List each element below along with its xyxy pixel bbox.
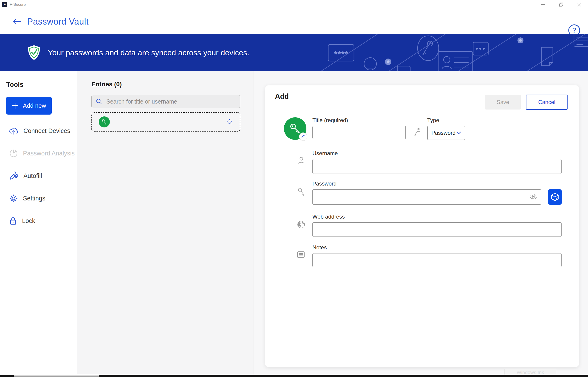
password-key-icon bbox=[298, 187, 305, 196]
type-dropdown[interactable]: Password bbox=[427, 126, 465, 140]
tools-heading: Tools bbox=[6, 81, 77, 88]
sidebar-item-settings[interactable]: Settings bbox=[0, 187, 77, 210]
banner-decoration: **** bbox=[312, 34, 588, 71]
restore-button[interactable] bbox=[552, 0, 570, 9]
svg-text:?: ? bbox=[572, 26, 576, 35]
username-person-icon bbox=[298, 157, 305, 165]
key-icon bbox=[289, 122, 301, 135]
add-new-button[interactable]: Add new bbox=[6, 97, 52, 115]
type-value: Password bbox=[431, 130, 456, 136]
notes-input[interactable] bbox=[312, 253, 562, 267]
password-field bbox=[312, 189, 541, 205]
notes-icon bbox=[297, 251, 305, 258]
chevron-down-icon bbox=[456, 131, 461, 135]
gear-icon bbox=[9, 194, 18, 203]
app-name: F-Secure bbox=[10, 2, 26, 7]
entry-avatar bbox=[99, 117, 110, 128]
sync-banner: Your passwords and data are synced acros… bbox=[0, 34, 588, 71]
page-header: Password Vault ? bbox=[0, 9, 588, 34]
add-new-label: Add new bbox=[23, 102, 46, 109]
titlebar: F F-Secure bbox=[0, 0, 588, 9]
web-globe-icon bbox=[297, 220, 305, 229]
pie-chart-icon bbox=[9, 149, 18, 158]
sidebar-item-password-analysis[interactable]: Password Analysis bbox=[0, 142, 77, 165]
notes-label: Notes bbox=[312, 244, 327, 251]
svg-text:****: **** bbox=[334, 49, 348, 59]
search-icon bbox=[96, 98, 102, 105]
sidebar-item-lock[interactable]: Lock bbox=[0, 210, 77, 232]
title-label: Title (required) bbox=[312, 117, 348, 124]
cloud-sync-icon bbox=[9, 127, 18, 135]
type-key-icon bbox=[413, 128, 421, 136]
minimize-icon bbox=[541, 2, 546, 7]
entries-panel: Entries (0) bbox=[77, 71, 254, 377]
entry-type-avatar bbox=[284, 117, 306, 140]
sidebar-item-connect-devices[interactable]: Connect Devices bbox=[0, 120, 77, 142]
lock-icon bbox=[9, 216, 17, 225]
favorite-star-icon[interactable] bbox=[226, 118, 233, 125]
form-heading: Add bbox=[275, 92, 289, 101]
restore-icon bbox=[559, 2, 564, 7]
edit-avatar-button[interactable] bbox=[299, 132, 307, 141]
page-title: Password Vault bbox=[27, 17, 89, 27]
shield-check-icon bbox=[27, 45, 41, 60]
sync-banner-message: Your passwords and data are synced acros… bbox=[48, 48, 250, 57]
sidebar-item-label: Autofill bbox=[24, 172, 42, 179]
key-icon bbox=[101, 119, 108, 125]
back-button[interactable] bbox=[12, 17, 22, 26]
minimize-button[interactable] bbox=[534, 0, 552, 9]
entries-heading: Entries (0) bbox=[91, 81, 253, 88]
web-address-label: Web address bbox=[312, 213, 345, 220]
tools-nav: Connect Devices Password Analysis Autofi… bbox=[0, 120, 77, 232]
entries-search-box bbox=[91, 95, 240, 108]
sidebar-item-label: Lock bbox=[22, 217, 35, 224]
show-password-eye-icon[interactable] bbox=[529, 194, 538, 200]
main-area: Tools Add new Connect Devices Password bbox=[0, 71, 588, 377]
password-label: Password bbox=[312, 180, 336, 187]
tools-sidebar: Tools Add new Connect Devices Password bbox=[0, 71, 77, 377]
fsecure-logo-icon: F bbox=[2, 2, 7, 7]
back-arrow-icon bbox=[12, 18, 22, 25]
title-input[interactable] bbox=[312, 126, 406, 139]
cancel-button[interactable]: Cancel bbox=[526, 94, 568, 110]
plus-icon bbox=[12, 102, 19, 109]
sidebar-item-label: Password Analysis bbox=[23, 150, 75, 157]
close-icon bbox=[576, 2, 582, 7]
save-button[interactable]: Save bbox=[485, 95, 521, 109]
draft-entry-row[interactable] bbox=[91, 112, 240, 131]
dice-icon bbox=[550, 192, 560, 202]
username-label: Username bbox=[312, 150, 338, 157]
autofill-pen-shield-icon bbox=[9, 172, 18, 180]
pencil-icon bbox=[301, 134, 305, 139]
window-controls bbox=[534, 0, 588, 9]
sidebar-item-autofill[interactable]: Autofill bbox=[0, 165, 77, 187]
add-entry-card: Add Save Cancel Title (required) bbox=[265, 85, 579, 367]
sidebar-item-label: Connect Devices bbox=[24, 128, 70, 135]
type-label: Type bbox=[427, 117, 439, 124]
password-input[interactable] bbox=[312, 189, 541, 205]
close-button[interactable] bbox=[570, 0, 588, 9]
sidebar-item-label: Settings bbox=[23, 195, 46, 202]
bottom-edge-bar-segment bbox=[14, 375, 99, 377]
generate-password-button[interactable] bbox=[548, 189, 562, 205]
content-area: Add Save Cancel Title (required) bbox=[254, 71, 588, 377]
search-input[interactable] bbox=[106, 98, 236, 105]
web-address-input[interactable] bbox=[312, 222, 562, 237]
username-input[interactable] bbox=[312, 159, 562, 174]
